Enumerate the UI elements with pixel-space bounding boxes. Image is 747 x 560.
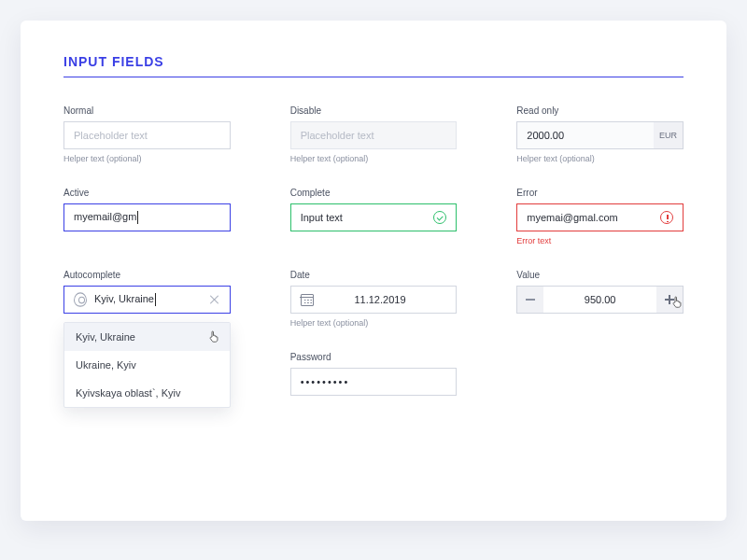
- field-readonly: Read only 2000.00 EUR Helper text (optio…: [516, 105, 684, 163]
- label-autocomplete: Autocomplete: [63, 270, 231, 280]
- value-error: myemai@gmal.com: [527, 212, 660, 223]
- card: INPUT FIELDS Normal Placeholder text Hel…: [21, 21, 726, 521]
- input-normal[interactable]: Placeholder text: [63, 121, 231, 149]
- field-complete: Complete Input text: [290, 188, 458, 245]
- value-active: myemail@gm: [74, 211, 136, 222]
- helper-date: Helper text (optional): [290, 318, 458, 328]
- decrement-button[interactable]: [517, 287, 543, 313]
- input-complete[interactable]: Input text: [290, 203, 458, 231]
- label-readonly: Read only: [516, 105, 684, 116]
- label-error: Error: [516, 188, 684, 198]
- value-display: 950.00: [543, 287, 656, 313]
- field-empty-2: [516, 352, 684, 396]
- helper-error: Error text: [516, 236, 684, 245]
- input-autocomplete[interactable]: Kyiv, Ukraine: [63, 286, 231, 314]
- section-heading: INPUT FIELDS: [63, 54, 684, 77]
- field-active: Active myemail@gm: [63, 188, 231, 245]
- check-icon: [433, 211, 446, 224]
- label-date: Date: [290, 270, 458, 280]
- placeholder-disable: Placeholder text: [301, 130, 447, 141]
- label-disable: Disable: [290, 105, 458, 116]
- input-disable: Placeholder text: [290, 121, 458, 149]
- label-value: Value: [516, 270, 684, 280]
- calendar-icon: [301, 294, 314, 306]
- location-pin-icon: [74, 292, 87, 306]
- field-normal: Normal Placeholder text Helper text (opt…: [63, 105, 231, 163]
- label-password: Password: [290, 352, 458, 362]
- minus-icon: [526, 299, 535, 301]
- input-active[interactable]: myemail@gm: [63, 203, 231, 231]
- field-date: Date 11.12.2019 Helper text (optional): [290, 270, 458, 328]
- placeholder-normal: Placeholder text: [74, 130, 220, 141]
- helper-disable: Helper text (optional): [290, 154, 458, 163]
- fields-grid: Normal Placeholder text Helper text (opt…: [63, 105, 684, 396]
- text-caret: [155, 293, 156, 306]
- value-complete: Input text: [301, 212, 434, 223]
- value-autocomplete: Kyiv, Ukraine: [94, 293, 154, 304]
- field-value: Value 950.00: [516, 270, 684, 328]
- stepper-value: 950.00: [516, 286, 684, 314]
- alert-icon: [660, 211, 673, 224]
- label-complete: Complete: [290, 188, 458, 198]
- field-error: Error myemai@gmal.com Error text: [516, 188, 684, 245]
- unit-readonly: EUR: [654, 122, 683, 148]
- text-caret: [137, 211, 138, 224]
- input-readonly: 2000.00 EUR: [516, 121, 684, 149]
- input-error[interactable]: myemai@gmal.com: [516, 203, 684, 231]
- autocomplete-option[interactable]: Kyiv, Ukraine: [64, 323, 230, 351]
- field-password: Password •••••••••: [290, 352, 458, 396]
- increment-button[interactable]: [656, 287, 683, 313]
- input-date[interactable]: 11.12.2019: [290, 286, 458, 314]
- helper-normal: Helper text (optional): [63, 154, 231, 163]
- label-active: Active: [63, 188, 231, 198]
- value-password: •••••••••: [301, 376, 447, 387]
- field-disable: Disable Placeholder text Helper text (op…: [290, 105, 458, 163]
- autocomplete-option[interactable]: Kyivskaya oblast`, Kyiv: [64, 379, 230, 407]
- autocomplete-option[interactable]: Ukraine, Kyiv: [64, 351, 230, 379]
- clear-icon[interactable]: [209, 294, 220, 305]
- input-password[interactable]: •••••••••: [290, 368, 458, 396]
- helper-readonly: Helper text (optional): [516, 154, 684, 163]
- autocomplete-dropdown: Kyiv, Ukraine Ukraine, Kyiv Kyivskaya ob…: [63, 322, 231, 408]
- value-date: 11.12.2019: [314, 294, 447, 305]
- field-autocomplete: Autocomplete Kyiv, Ukraine Kyiv, Ukraine…: [63, 270, 231, 328]
- section-rule: [63, 77, 684, 77]
- plus-icon: [665, 295, 674, 304]
- value-readonly: 2000.00: [527, 130, 654, 141]
- label-normal: Normal: [63, 105, 231, 116]
